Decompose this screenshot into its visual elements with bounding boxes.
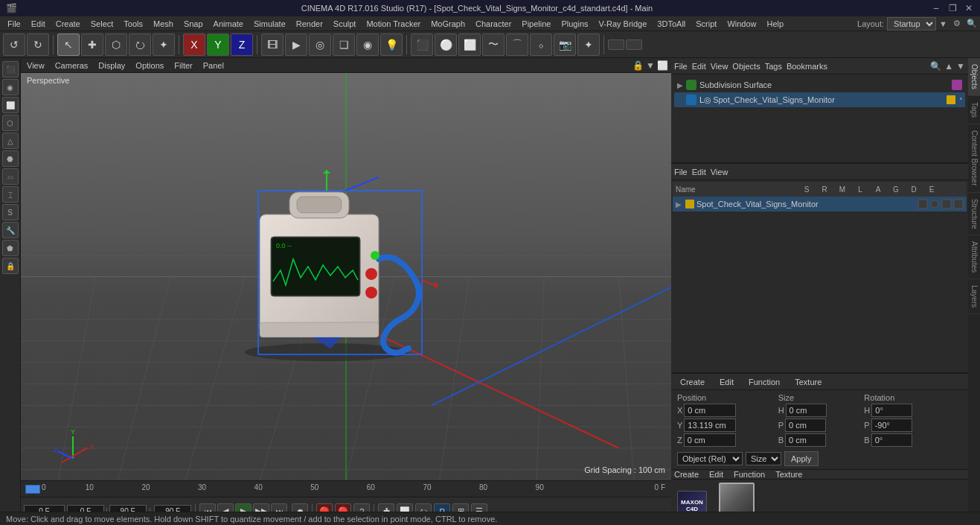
menu-select[interactable]: Select xyxy=(86,19,118,29)
y-axis-button[interactable]: Y xyxy=(207,34,229,56)
nurbs-button[interactable]: ⌒ xyxy=(506,34,528,56)
mat-tab-edit[interactable]: Edit xyxy=(709,470,723,479)
left-icon-10[interactable]: 🔧 xyxy=(2,222,19,238)
left-icon-7[interactable]: ⌓ xyxy=(2,168,19,185)
vital-signs-monitor-row[interactable]: L◎ Spot_Check_Vital_Signs_Monitor • xyxy=(674,92,965,107)
obj-menu-objects[interactable]: Objects xyxy=(732,62,760,71)
move-tool-button[interactable]: ✚ xyxy=(81,34,103,56)
vp-down-icon[interactable]: ▼ xyxy=(646,60,655,71)
obj-menu-view[interactable]: View xyxy=(711,62,728,71)
render-button[interactable]: ◎ xyxy=(309,34,331,56)
snap-button-1[interactable] xyxy=(608,39,624,50)
menu-snap[interactable]: Snap xyxy=(179,19,208,29)
left-icon-9[interactable]: S xyxy=(2,204,19,220)
left-icon-2[interactable]: ◉ xyxy=(2,79,19,95)
menu-vray[interactable]: V-Ray Bridge xyxy=(595,19,652,29)
mat-tab-texture[interactable]: Texture xyxy=(775,470,802,479)
cylinder-button[interactable]: ⬜ xyxy=(458,34,481,56)
search-icon[interactable]: 🔍 xyxy=(967,19,977,28)
size-b-input[interactable] xyxy=(785,433,826,447)
obj-down-icon[interactable]: ▼ xyxy=(956,61,965,71)
texture-button[interactable]: ◉ xyxy=(356,34,379,56)
position-y-input[interactable] xyxy=(684,419,736,432)
redo-button[interactable]: ↻ xyxy=(27,34,49,56)
light-obj-button[interactable]: ✦ xyxy=(577,34,600,56)
subdivision-surface-row[interactable]: ▶ Subdivision Surface xyxy=(674,77,965,92)
layout-dropdown-icon[interactable]: ▼ xyxy=(939,19,947,28)
obj-menu-edit[interactable]: Edit xyxy=(692,62,706,71)
apply-button[interactable]: Apply xyxy=(784,451,819,466)
vp-menu-options[interactable]: Options xyxy=(132,61,167,70)
menu-help[interactable]: Help xyxy=(763,19,789,29)
film-icon-button[interactable]: 🎞 xyxy=(261,34,284,56)
left-icon-8[interactable]: ⌶ xyxy=(2,186,19,203)
tab-structure[interactable]: Structure xyxy=(968,193,980,236)
cube-button[interactable]: ⬛ xyxy=(411,34,433,56)
obj-menu-file[interactable]: File xyxy=(674,62,688,71)
attr-tab-function[interactable]: Function xyxy=(746,378,783,386)
layout-select[interactable]: Startup xyxy=(887,17,936,31)
menu-3dtoall[interactable]: 3DToAll xyxy=(653,19,690,29)
left-icon-1[interactable]: ⬛ xyxy=(2,61,19,77)
coord-select[interactable]: Object (Rel) Object (Abs) World xyxy=(677,452,743,465)
vp-fullscreen-icon[interactable]: ⬜ xyxy=(657,60,668,71)
scale-tool-button[interactable]: ⬡ xyxy=(105,34,127,56)
menu-motion-tracker[interactable]: Motion Tracker xyxy=(362,19,425,29)
left-icon-11[interactable]: ⬟ xyxy=(2,240,19,256)
size-select[interactable]: Size xyxy=(746,452,781,465)
vp-menu-display[interactable]: Display xyxy=(95,61,128,70)
undo-button[interactable]: ↺ xyxy=(3,34,25,56)
tab-attributes[interactable]: Attributes xyxy=(968,235,980,279)
vp-menu-cameras[interactable]: Cameras xyxy=(52,61,92,70)
menu-mesh[interactable]: Mesh xyxy=(149,19,178,29)
menu-character[interactable]: Character xyxy=(471,19,516,29)
object-mode-button[interactable]: ❑ xyxy=(333,34,355,56)
vp-menu-panel[interactable]: Panel xyxy=(200,61,227,70)
rotation-p-input[interactable] xyxy=(871,419,912,432)
menu-create[interactable]: Create xyxy=(51,19,85,29)
spline-button[interactable]: 〜 xyxy=(482,34,505,56)
rotate-tool-button[interactable]: ⭮ xyxy=(129,34,151,56)
camera-button[interactable]: 📷 xyxy=(554,34,576,56)
menu-pipeline[interactable]: Pipeline xyxy=(517,19,555,29)
left-icon-6[interactable]: ⬣ xyxy=(2,150,19,167)
left-icon-4[interactable]: ⬡ xyxy=(2,115,19,131)
obj-list-menu-edit[interactable]: Edit xyxy=(692,168,706,176)
size-p-input[interactable] xyxy=(785,419,826,432)
left-icon-12[interactable]: 🔒 xyxy=(2,258,19,274)
attr-tab-edit[interactable]: Edit xyxy=(717,378,737,386)
menu-script[interactable]: Script xyxy=(691,19,721,29)
size-h-input[interactable] xyxy=(786,404,827,417)
transform-tool-button[interactable]: ✦ xyxy=(153,34,175,56)
menu-render[interactable]: Render xyxy=(292,19,327,29)
menu-simulate[interactable]: Simulate xyxy=(249,19,290,29)
position-x-input[interactable] xyxy=(684,404,736,417)
viewport-3d[interactable]: Perspective xyxy=(21,73,671,480)
left-icon-5[interactable]: △ xyxy=(2,133,19,149)
object-list-row[interactable]: ▶ Spot_Check_Vital_Signs_Monitor xyxy=(673,197,967,211)
close-button[interactable]: ✕ xyxy=(964,3,974,13)
vp-menu-view[interactable]: View xyxy=(24,61,48,70)
sphere-button[interactable]: ⚪ xyxy=(435,34,457,56)
layout-settings-icon[interactable]: ⚙ xyxy=(953,19,961,28)
z-axis-button[interactable]: Z xyxy=(231,34,253,56)
x-axis-button[interactable]: X xyxy=(183,34,205,56)
left-icon-3[interactable]: ⬜ xyxy=(2,97,19,113)
maximize-button[interactable]: ❐ xyxy=(947,3,958,13)
menu-edit[interactable]: Edit xyxy=(27,19,50,29)
vp-lock-icon[interactable]: 🔒 xyxy=(632,60,644,71)
vp-menu-filter[interactable]: Filter xyxy=(171,61,195,70)
obj-menu-tags[interactable]: Tags xyxy=(765,62,782,71)
rotation-h-input[interactable] xyxy=(871,404,912,417)
mat-tab-create[interactable]: Create xyxy=(674,470,699,479)
light-button[interactable]: 💡 xyxy=(380,34,403,56)
mat-tab-function[interactable]: Function xyxy=(734,470,765,479)
obj-search-icon[interactable]: 🔍 xyxy=(930,61,941,71)
attr-tab-texture[interactable]: Texture xyxy=(792,378,824,386)
menu-mograph[interactable]: MoGraph xyxy=(426,19,470,29)
tab-content-browser[interactable]: Content Browser xyxy=(968,124,980,192)
render-region-button[interactable]: ▶ xyxy=(285,34,307,56)
attr-tab-create[interactable]: Create xyxy=(677,378,708,386)
menu-animate[interactable]: Animate xyxy=(209,19,248,29)
menu-tools[interactable]: Tools xyxy=(119,19,147,29)
